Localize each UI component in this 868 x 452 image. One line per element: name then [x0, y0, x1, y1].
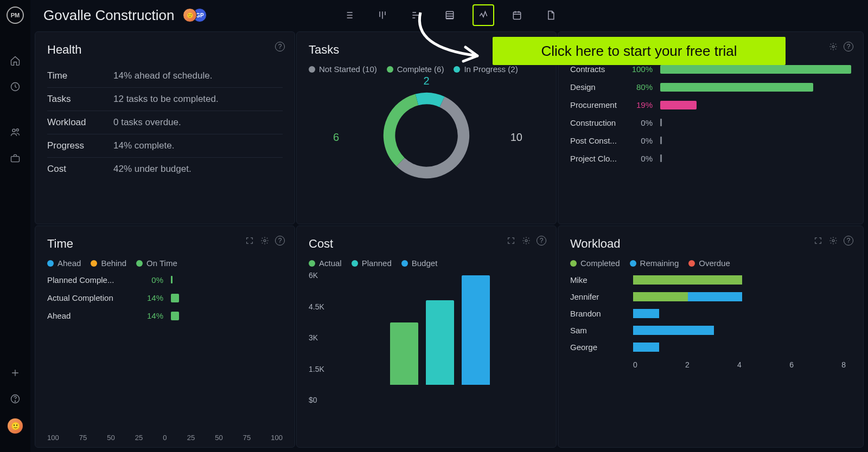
svg-rect-6 — [446, 11, 453, 18]
files-view-icon[interactable] — [540, 4, 561, 26]
app-logo[interactable]: PM — [7, 7, 24, 24]
time-legend: AheadBehindOn Time — [47, 259, 283, 268]
expand-icon[interactable] — [506, 236, 516, 246]
health-row-label: Tasks — [47, 94, 113, 105]
axis-tick: 75 — [243, 434, 251, 442]
legend-item: Behind — [91, 259, 126, 268]
cost-bar-actual — [390, 322, 418, 385]
board-view-icon[interactable] — [372, 4, 393, 26]
health-row: Cost 42% under budget. — [47, 158, 283, 180]
briefcase-icon[interactable] — [9, 152, 22, 165]
axis-tick: 6 — [789, 360, 794, 369]
time-row-bar — [171, 276, 231, 285]
settings-icon[interactable] — [260, 236, 270, 246]
clock-icon[interactable] — [9, 80, 22, 93]
axis-tick: 25 — [187, 434, 195, 442]
workload-seg — [633, 275, 742, 285]
time-card: ? Time AheadBehindOn Time Planned Comple… — [35, 225, 295, 448]
progress-row-bar — [660, 137, 851, 145]
svg-point-1 — [12, 129, 15, 132]
view-switcher — [338, 4, 561, 26]
list-view-icon[interactable] — [338, 4, 360, 26]
gantt-view-icon[interactable] — [405, 4, 427, 26]
cost-chart: 6K 4.5K 3K 1.5K $0 — [309, 275, 544, 400]
axis-tick: 4 — [737, 360, 742, 369]
progress-row-pct: 0% — [629, 136, 653, 145]
health-row: Progress 14% complete. — [47, 134, 283, 158]
help-icon[interactable]: ? — [844, 236, 853, 246]
workload-row: George — [570, 343, 851, 352]
workload-row-label: Jennifer — [570, 292, 624, 301]
axis-tick: 0 — [633, 360, 637, 369]
time-row-pct: 0% — [142, 275, 163, 285]
help-icon[interactable]: ? — [275, 236, 285, 246]
time-row-label: Actual Completion — [47, 293, 134, 302]
team-icon[interactable] — [9, 126, 22, 139]
workload-seg — [633, 343, 659, 352]
health-card: ? Health Time 14% ahead of schedule. Tas… — [35, 31, 295, 224]
health-row-value: 14% ahead of schedule. — [113, 70, 212, 81]
settings-icon[interactable] — [828, 236, 838, 246]
progress-row-label: Contracts — [570, 64, 621, 74]
progress-row-pct: 19% — [629, 100, 653, 109]
workload-row-bar — [633, 326, 851, 335]
cost-ylabel: 1.5K — [309, 365, 324, 373]
time-row-pct: 14% — [142, 293, 163, 302]
progress-row: Contracts 100% — [570, 64, 851, 74]
progress-row-bar — [660, 83, 851, 92]
health-row: Tasks 12 tasks to be completed. — [47, 88, 283, 111]
axis-tick: 8 — [841, 360, 846, 369]
health-row-label: Cost — [47, 164, 113, 175]
sheet-view-icon[interactable] — [439, 4, 461, 26]
progress-row-label: Construction — [570, 118, 621, 127]
legend-item: Actual — [309, 259, 342, 268]
workload-row-bar — [633, 343, 851, 352]
workload-row-label: Brandon — [570, 309, 624, 318]
legend-item: On Time — [136, 259, 177, 268]
progress-row-bar — [660, 154, 851, 163]
calendar-view-icon[interactable] — [506, 4, 528, 26]
user-avatar[interactable]: 🙂 — [8, 418, 23, 434]
time-row-label: Ahead — [47, 311, 134, 320]
member-avatars[interactable]: 🙂 GP — [183, 8, 207, 22]
legend-item: Ahead — [47, 259, 81, 268]
workload-row: Mike — [570, 275, 851, 285]
workload-seg — [688, 292, 743, 301]
dashboard-view-icon[interactable] — [473, 4, 494, 26]
help-icon[interactable] — [9, 392, 22, 405]
legend-item: Remaining — [630, 259, 679, 268]
health-title: Health — [47, 43, 283, 57]
workload-row-label: Mike — [570, 275, 624, 285]
help-icon[interactable]: ? — [844, 42, 853, 51]
settings-icon[interactable] — [521, 236, 531, 246]
expand-icon[interactable] — [813, 236, 823, 246]
expand-icon[interactable] — [245, 236, 254, 246]
progress-row-label: Procurement — [570, 100, 621, 109]
sidebar: PM 🙂 — [0, 0, 30, 452]
home-icon[interactable] — [9, 54, 22, 67]
project-title: Govalle Construction — [43, 7, 174, 24]
legend-item: Budget — [401, 259, 438, 268]
free-trial-cta[interactable]: Click here to start your free trial — [493, 37, 786, 65]
workload-row-bar — [633, 292, 851, 301]
add-icon[interactable] — [9, 366, 22, 379]
help-icon[interactable]: ? — [275, 42, 285, 51]
axis-tick: 100 — [47, 434, 59, 442]
workload-row-bar — [633, 309, 851, 318]
workload-row-bar — [633, 275, 851, 285]
legend-item: In Progress (2) — [454, 64, 518, 74]
health-row-value: 12 tasks to be completed. — [113, 94, 219, 105]
progress-row: Construction 0% — [570, 118, 851, 127]
legend-item: Not Started (10) — [309, 64, 377, 74]
settings-icon[interactable] — [828, 42, 838, 51]
help-icon[interactable]: ? — [537, 236, 546, 246]
axis-tick: 75 — [79, 434, 87, 442]
workload-row: Brandon — [570, 309, 851, 318]
workload-row: Jennifer — [570, 292, 851, 301]
workload-row-label: Sam — [570, 326, 624, 335]
svg-point-13 — [525, 240, 527, 242]
workload-title: Workload — [570, 237, 851, 251]
progress-row-pct: 0% — [629, 118, 653, 127]
svg-point-14 — [832, 240, 834, 242]
health-row-value: 42% under budget. — [113, 164, 192, 175]
